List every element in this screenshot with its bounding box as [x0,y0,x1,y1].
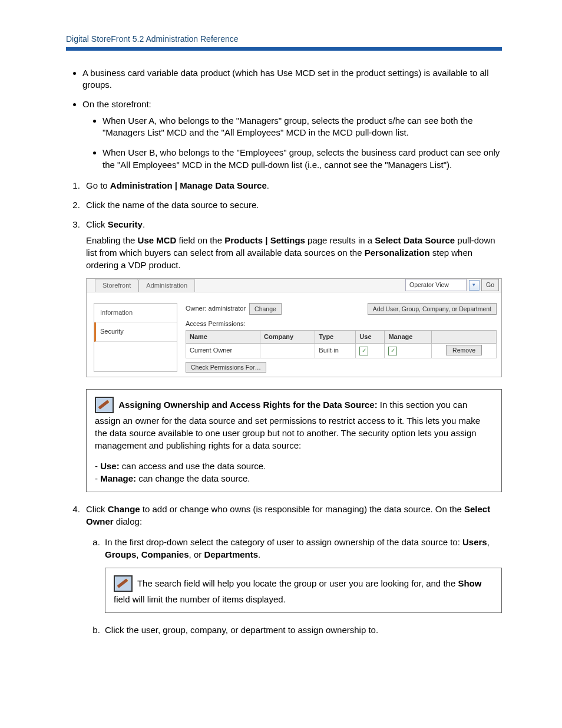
step-3-continuation: Enabling the Use MCD field on the Produc… [86,234,502,271]
t: can access and use the data source. [120,461,266,471]
cell-use: ✓ [356,344,385,358]
ui-topbar: Storefront Administration Operator View … [87,279,501,292]
table-header-row: Name Company Type Use Manage [186,330,497,343]
tab-storefront[interactable]: Storefront [95,279,138,292]
sub-step-a: In the first drop-down select the catego… [103,536,502,613]
t: Companies [141,549,189,559]
col-use: Use [356,330,385,343]
t: Use MCD [138,235,177,245]
step-1: Go to Administration | Manage Data Sourc… [82,179,502,192]
intro-bullet-list: A business card variable data product (w… [66,67,502,171]
t: can change the data source. [136,473,250,483]
pencil-icon [114,575,133,592]
ui-main: Owner: administrator Change Add User, Gr… [177,292,501,377]
note-search-show: The search field will help you locate th… [105,568,502,613]
t: field on the [176,235,224,245]
t: , [136,549,141,559]
pencil-icon [95,397,114,413]
add-entity-button[interactable]: Add User, Group, Company, or Department [368,303,497,315]
step-2: Click the name of the data source to sec… [82,199,502,211]
owner-label: Owner: administrator [186,304,246,313]
table-row: Current Owner Built-in ✓ ✓ Remove [186,344,497,358]
step-4: Click Change to add or change who owns (… [82,503,502,636]
cell-name: Current Owner [186,344,260,358]
t: - [95,461,100,471]
header-rule [66,47,502,51]
t: Click [86,504,108,514]
t: In the first drop-down select the catego… [105,537,462,547]
bullet-text: On the storefront: [82,99,151,109]
t: The search field will help you locate th… [137,578,458,588]
change-owner-button[interactable]: Change [249,303,282,315]
t: Users [462,537,487,547]
t: Change [108,504,140,514]
t: Manage: [100,473,136,483]
step-3: Click Security. Enabling the Use MCD fie… [82,218,502,492]
ui-sidebar: Information Security [94,303,177,372]
bullet-item: When User A, who belongs to the "Manager… [103,115,502,139]
t: field will limit the number of items dis… [114,594,286,604]
t: page results in a [305,235,375,245]
t: Enabling the [86,235,138,245]
operator-view-select[interactable]: Operator View [405,279,467,291]
security-panel-screenshot: Storefront Administration Operator View … [86,278,502,377]
access-permissions-label: Access Permissions: [186,319,497,328]
document-page: Digital StoreFront 5.2 Administration Re… [0,0,562,728]
bullet-item: When User B, who belongs to the "Employe… [103,147,502,171]
sub-steps-lettered: In the first drop-down select the catego… [86,536,502,636]
use-checkbox[interactable]: ✓ [359,347,368,355]
t: Products | Settings [224,235,305,245]
t: , or [189,549,204,559]
dropdown-icon[interactable]: ▾ [469,280,480,291]
cell-actions: Remove [432,344,497,358]
step-text: Go to [86,180,110,190]
tab-administration[interactable]: Administration [138,279,195,292]
remove-button[interactable]: Remove [446,345,482,355]
owner-row: Owner: administrator Change Add User, Gr… [186,303,497,315]
step-text-bold: Administration | Manage Data Source [110,180,267,190]
bullet-item: On the storefront: When User A, who belo… [82,98,502,171]
col-manage: Manage [385,330,432,343]
permissions-table: Name Company Type Use Manage Current Own… [186,330,497,358]
note-use-line: - Use: can access and use the data sourc… [95,460,493,472]
sidebar-item-security[interactable]: Security [94,322,177,341]
step-text: . [267,180,269,190]
manage-checkbox[interactable]: ✓ [388,347,397,355]
note-assign-ownership: Assigning Ownership and Access Rights fo… [86,389,502,492]
col-company: Company [260,330,315,343]
t: dialog: [114,516,142,526]
t: to add or change who owns (is responsibl… [140,504,464,514]
note-lead-bold: Assigning Ownership and Access Rights fo… [118,400,378,410]
step-text-bold: Security [108,219,143,229]
col-actions [432,330,497,343]
t: . [258,549,260,559]
note-manage-line: - Manage: can change the data source. [95,472,493,485]
page-header-title: Digital StoreFront 5.2 Administration Re… [66,34,502,44]
t: Use: [100,461,120,471]
col-type: Type [315,330,356,343]
cell-company [260,344,315,358]
bullet-item: A business card variable data product (w… [82,67,502,91]
step-text: Click [86,219,108,229]
step-text: . [143,219,145,229]
ui-body: Information Security Owner: administrato… [87,292,501,377]
check-permissions-button[interactable]: Check Permissions For… [186,362,266,373]
check-permissions-row: Check Permissions For… [186,363,497,372]
t: Show [458,578,481,588]
sidebar-item-information[interactable]: Information [94,304,177,322]
nested-bullet-list: When User A, who belongs to the "Manager… [82,115,502,171]
col-name: Name [186,330,260,343]
t: Select Data Source [375,235,455,245]
numbered-steps: Go to Administration | Manage Data Sourc… [66,179,502,636]
t: Departments [204,549,258,559]
t: Personalization [365,248,430,258]
t: - [95,473,100,483]
sub-step-b: Click the user, group, company, or depar… [103,624,502,636]
go-button[interactable]: Go [481,279,499,291]
t: , [487,537,490,547]
t: Groups [105,549,136,559]
cell-type: Built-in [315,344,356,358]
cell-manage: ✓ [385,344,432,358]
